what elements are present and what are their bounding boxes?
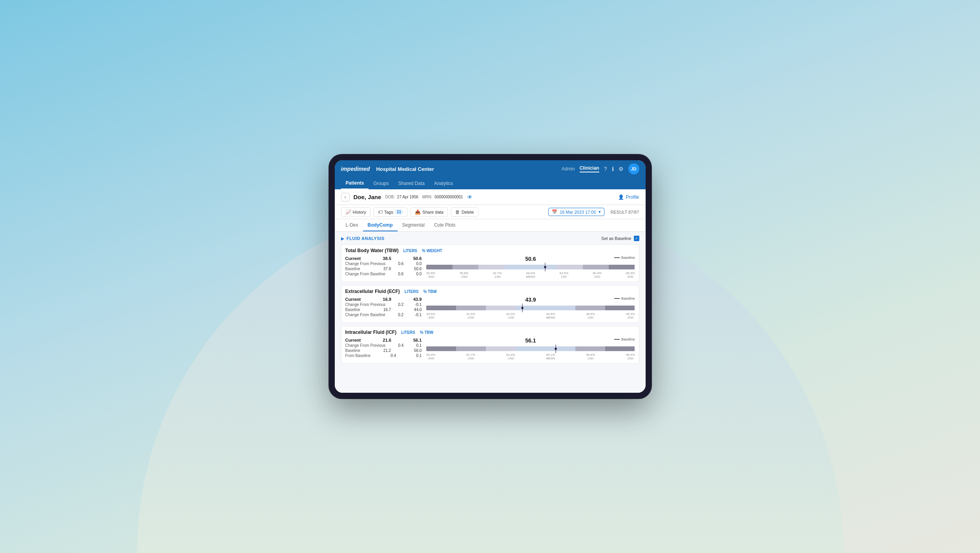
ecf-unit1: LITERS bbox=[405, 289, 419, 294]
baseline-checkbox[interactable]: ✓ bbox=[634, 236, 639, 241]
delete-icon: 🗑 bbox=[455, 209, 460, 215]
share-data-button[interactable]: 📤 Share data bbox=[411, 207, 448, 217]
admin-role[interactable]: Admin bbox=[562, 166, 575, 172]
tags-button[interactable]: 🏷 Tags 11 bbox=[374, 207, 407, 217]
icf-unit1: LITERS bbox=[401, 330, 415, 335]
icf-change-base-row: From Baseline 0.4 0.1 bbox=[345, 353, 422, 358]
ecf-seg-2 bbox=[456, 306, 486, 310]
ecf-title: Extracellular Fluid (ECF) bbox=[345, 289, 400, 294]
tab-analytics[interactable]: Analytics bbox=[429, 178, 458, 189]
user-avatar[interactable]: JD bbox=[628, 163, 639, 174]
patient-dob: 27 Apr 1956 bbox=[397, 195, 418, 199]
set-baseline-control[interactable]: Set as Baseline ✓ bbox=[601, 236, 639, 241]
tab-patients[interactable]: Patients bbox=[341, 178, 369, 189]
tbw-range-labels: 30.9%-3SD 36.8%-2SD 42.7%-1SD 48.6%MEAN … bbox=[426, 271, 635, 278]
chevron-down-icon: ▾ bbox=[599, 209, 601, 214]
ecf-title-row: Extracellular Fluid (ECF) LITERS % TBW bbox=[345, 289, 635, 294]
main-nav-tabs: Patients Groups Shared Data Analytics bbox=[335, 178, 646, 189]
visibility-icon[interactable]: 👁 bbox=[467, 194, 473, 200]
icf-range-labels: 50.0%-3SD 51.7%-2SD 53.4%-1SD 55.1%MEAN … bbox=[426, 353, 635, 360]
icf-current-row: Current 21.6 56.1 bbox=[345, 337, 422, 343]
delete-button[interactable]: 🗑 Delete bbox=[451, 207, 478, 217]
icf-seg-2 bbox=[456, 346, 486, 351]
icf-dot-marker bbox=[554, 347, 557, 350]
date-selector[interactable]: 📅 16 Mar 2023 17:05 ▾ bbox=[548, 208, 604, 216]
tbw-seg-4 bbox=[505, 265, 557, 269]
ecf-baseline-line-icon bbox=[614, 298, 620, 299]
icf-title-row: Intracellular Fluid (ICF) LITERS % TBW bbox=[345, 330, 635, 335]
content-area: ▶ FLUID ANALYSIS Set as Baseline ✓ Total… bbox=[335, 232, 646, 393]
ecf-range-labels: 39.6%-3SD 41.5%-2SD 43.2%-1SD 44.9%MEAN … bbox=[426, 312, 635, 319]
tab-ldex[interactable]: L-Dex bbox=[341, 219, 363, 231]
icf-seg-5 bbox=[575, 346, 605, 351]
tab-cole-plots[interactable]: Cole Plots bbox=[429, 219, 460, 231]
tbw-baseline-row: Baseline 37.9 50.6 bbox=[345, 266, 422, 271]
tbw-seg-5 bbox=[557, 265, 582, 269]
ecf-baseline-legend: Baseline bbox=[614, 297, 635, 300]
tbw-seg-7 bbox=[609, 265, 635, 269]
tbw-change-base-row: Change From Baseline 0.6 0.0 bbox=[345, 271, 422, 276]
tab-groups[interactable]: Groups bbox=[369, 178, 393, 189]
ecf-card: Extracellular Fluid (ECF) LITERS % TBW C… bbox=[341, 285, 639, 323]
tablet-screen: impedimed Hospital Medical Center Admin … bbox=[335, 160, 646, 393]
tbw-chart-value: 50.6 bbox=[426, 256, 635, 262]
ecf-baseline-row: Baseline 16.7 44.0 bbox=[345, 307, 422, 312]
ecf-data-table: Current 16.9 43.9 Change From Previous 0… bbox=[345, 297, 422, 319]
icf-unit2: % TBW bbox=[420, 330, 433, 335]
tbw-title-row: Total Body Water (TBW) LITERS % WEIGHT bbox=[345, 248, 635, 253]
ecf-chart: Baseline 43.9 bbox=[426, 297, 635, 319]
icf-title: Intracellular Fluid (ICF) bbox=[345, 330, 397, 335]
ecf-change-prev-row: Change From Previous 0.2 -0.1 bbox=[345, 302, 422, 307]
ecf-seg-4 bbox=[516, 306, 575, 310]
clinician-role[interactable]: Clinician bbox=[580, 165, 599, 172]
ecf-seg-5 bbox=[575, 306, 605, 310]
back-button[interactable]: ‹ bbox=[341, 193, 350, 201]
share-icon: 📤 bbox=[415, 209, 421, 215]
dob-label: DOB: bbox=[385, 195, 394, 199]
tbw-dot-marker bbox=[544, 266, 547, 269]
tbw-chart: Baseline 50.6 bbox=[426, 256, 635, 278]
icf-body: Current 21.6 56.1 Change From Previous 0… bbox=[345, 337, 635, 360]
ecf-current-row: Current 16.9 43.9 bbox=[345, 297, 422, 302]
ecf-unit2: % TBW bbox=[423, 289, 436, 294]
tablet-frame: impedimed Hospital Medical Center Admin … bbox=[329, 155, 651, 398]
tags-icon: 🏷 bbox=[378, 209, 383, 215]
tab-bodycomp[interactable]: BodyComp bbox=[363, 219, 398, 231]
history-icon: 📈 bbox=[345, 209, 351, 215]
info-icon[interactable]: ℹ bbox=[612, 166, 614, 172]
tbw-unit1: LITERS bbox=[403, 249, 417, 253]
nav-right: Admin Clinician ? ℹ ⚙ JD bbox=[562, 163, 639, 174]
tab-shared-data[interactable]: Shared Data bbox=[394, 178, 429, 189]
tbw-current-row: Current 38.5 50.6 bbox=[345, 256, 422, 261]
section-title: ▶ FLUID ANALYSIS bbox=[341, 236, 385, 241]
icf-change-prev-row: Change From Previous 0.4 0.1 bbox=[345, 343, 422, 348]
tbw-body: Current 38.5 50.6 Change From Previous 0… bbox=[345, 256, 635, 278]
tbw-seg-1 bbox=[426, 265, 452, 269]
icf-seg-3 bbox=[486, 346, 516, 351]
icf-card: Intracellular Fluid (ICF) LITERS % TBW C… bbox=[341, 326, 639, 364]
ecf-range-bar bbox=[426, 304, 635, 311]
top-navigation: impedimed Hospital Medical Center Admin … bbox=[335, 160, 646, 178]
tab-segmental[interactable]: Segmental bbox=[398, 219, 429, 231]
ecf-seg-1 bbox=[426, 306, 456, 310]
tbw-card: Total Body Water (TBW) LITERS % WEIGHT C… bbox=[341, 244, 639, 282]
profile-button[interactable]: 👤 Profile bbox=[618, 194, 639, 200]
action-bar: 📈 History 🏷 Tags 11 📤 Share data 🗑 Delet… bbox=[335, 205, 646, 219]
tbw-unit2: % WEIGHT bbox=[422, 249, 442, 253]
tags-count: 11 bbox=[395, 209, 403, 214]
icf-seg-6 bbox=[605, 346, 635, 351]
profile-icon: 👤 bbox=[618, 194, 624, 200]
tbw-seg-2 bbox=[453, 265, 478, 269]
ecf-chart-value: 43.9 bbox=[426, 297, 635, 303]
fluid-analysis-header: ▶ FLUID ANALYSIS Set as Baseline ✓ bbox=[341, 236, 639, 241]
patient-header: ‹ Doe, Jane DOB: 27 Apr 1956 MRN: 000000… bbox=[335, 189, 646, 205]
tbw-range-bar bbox=[426, 264, 635, 271]
help-icon[interactable]: ? bbox=[604, 166, 607, 172]
ecf-seg-6 bbox=[605, 306, 635, 310]
history-button[interactable]: 📈 History bbox=[341, 207, 370, 217]
tbw-data-table: Current 38.5 50.6 Change From Previous 0… bbox=[345, 256, 422, 278]
ecf-dot-marker bbox=[521, 306, 524, 309]
ecf-body: Current 16.9 43.9 Change From Previous 0… bbox=[345, 297, 635, 319]
settings-icon[interactable]: ⚙ bbox=[619, 166, 624, 172]
icf-seg-1 bbox=[426, 346, 456, 351]
